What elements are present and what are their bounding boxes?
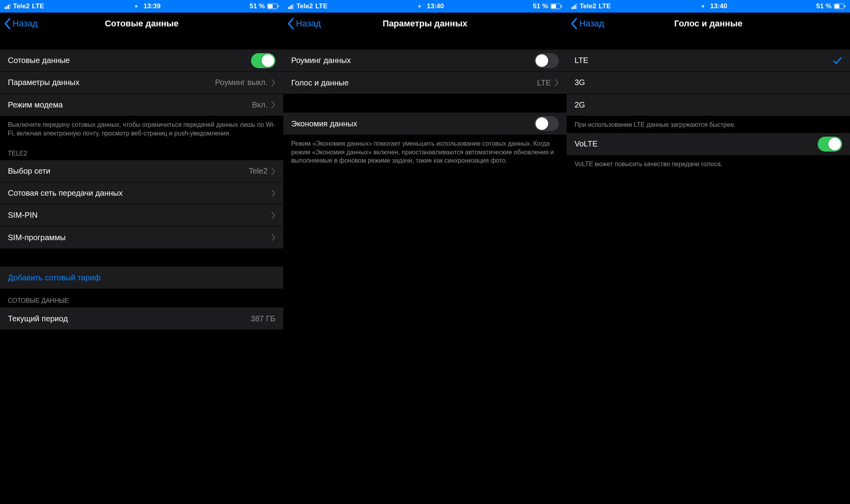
battery-icon [267, 4, 279, 9]
voice-and-data-value: LTE [537, 78, 551, 87]
option-lte-label: LTE [575, 56, 588, 65]
checkmark-icon [833, 56, 842, 65]
chevron-right-icon [272, 79, 275, 86]
group-network-mode: LTE 3G 2G [567, 50, 850, 116]
group-add-plan: Добавить сотовый тариф [0, 267, 283, 289]
back-button[interactable]: Назад [4, 18, 37, 29]
cellular-data-label: Сотовые данные [8, 56, 70, 65]
battery-percent-label: 51 % [816, 2, 831, 10]
data-roaming-label: Роуминг данных [291, 56, 351, 65]
data-options-value: Роуминг выкл. [215, 78, 268, 87]
row-cellular-data-network[interactable]: Сотовая сеть передачи данных [0, 182, 283, 204]
network-selection-label: Выбор сети [8, 167, 50, 176]
back-label: Назад [13, 19, 37, 29]
section-header-tele2: TELE2 [0, 141, 283, 160]
network-type-label: LTE [315, 2, 327, 10]
page-title: Голос и данные [567, 19, 850, 29]
row-personal-hotspot[interactable]: Режим модема Вкл. [0, 94, 283, 116]
battery-percent-label: 51 % [249, 2, 265, 10]
current-period-value: 387 ГБ [251, 314, 275, 323]
low-data-footer-text: Режим «Экономия данных» помогает уменьши… [283, 135, 567, 169]
row-volte[interactable]: VoLTE [567, 133, 850, 155]
option-3g-label: 3G [575, 78, 585, 87]
row-data-roaming[interactable]: Роуминг данных [283, 50, 567, 72]
group-tele2: Выбор сети Tele2 Сотовая сеть передачи д… [0, 160, 283, 248]
low-data-label: Экономия данных [291, 119, 357, 128]
status-bar: Tele2 LTE 13:39 51 % [0, 0, 283, 13]
signal-icon [571, 4, 577, 9]
back-label: Назад [579, 19, 604, 29]
network-type-label: LTE [599, 2, 611, 10]
hotspot-icon [417, 4, 424, 9]
chevron-left-icon [4, 18, 11, 29]
group-usage: Текущий период 387 ГБ [0, 308, 283, 330]
hotspot-label: Режим модема [8, 100, 63, 109]
chevron-right-icon [272, 212, 275, 219]
row-sim-applications[interactable]: SIM-программы [0, 226, 283, 248]
hotspot-icon [133, 4, 140, 9]
network-type-label: LTE [32, 2, 44, 10]
row-option-2g[interactable]: 2G [567, 94, 850, 116]
signal-icon [5, 4, 11, 9]
section-header-cellular-data: СОТОВЫЕ ДАННЫЕ [0, 289, 283, 308]
page-title: Сотовые данные [0, 19, 283, 29]
voice-and-data-label: Голос и данные [291, 78, 349, 87]
network-selection-value: Tele2 [249, 167, 268, 176]
group-low-data: Экономия данных [283, 113, 567, 135]
chevron-right-icon [272, 101, 275, 108]
option-2g-label: 2G [575, 100, 585, 109]
data-options-label: Параметры данных [8, 78, 79, 87]
group-volte: VoLTE [567, 133, 850, 155]
battery-percent-label: 51 % [533, 2, 548, 10]
pane-voice-and-data: Tele2 LTE 13:40 51 % Назад Голос и данны… [567, 0, 850, 504]
chevron-right-icon [272, 234, 275, 241]
cellular-data-toggle[interactable] [251, 53, 275, 68]
back-button[interactable]: Назад [571, 18, 604, 29]
carrier-label: Tele2 [580, 2, 596, 10]
row-sim-pin[interactable]: SIM-PIN [0, 204, 283, 226]
data-roaming-toggle[interactable] [534, 53, 559, 68]
hotspot-icon [700, 4, 707, 9]
current-period-label: Текущий период [8, 314, 68, 323]
clock-label: 13:40 [710, 2, 727, 10]
hotspot-value: Вкл. [252, 100, 268, 109]
chevron-right-icon [272, 190, 275, 197]
pane-cellular-data: Tele2 LTE 13:39 51 % Назад Сотовые данны… [0, 0, 283, 504]
back-button[interactable]: Назад [287, 18, 321, 29]
row-voice-and-data[interactable]: Голос и данные LTE [283, 72, 567, 94]
row-add-cellular-plan[interactable]: Добавить сотовый тариф [0, 267, 283, 289]
pane-data-options: Tele2 LTE 13:40 51 % Назад Параметры дан… [283, 0, 567, 504]
page-title: Параметры данных [283, 19, 567, 29]
carrier-label: Tele2 [13, 2, 30, 10]
signal-icon [288, 4, 294, 9]
row-cellular-data[interactable]: Сотовые данные [0, 50, 283, 72]
battery-icon [834, 4, 845, 9]
chevron-left-icon [287, 18, 294, 29]
row-current-period[interactable]: Текущий период 387 ГБ [0, 308, 283, 330]
carrier-label: Tele2 [296, 2, 313, 10]
clock-label: 13:39 [143, 2, 160, 10]
clock-label: 13:40 [427, 2, 444, 10]
low-data-toggle[interactable] [534, 116, 559, 131]
add-cellular-plan-label: Добавить сотовый тариф [8, 273, 100, 282]
chevron-right-icon [272, 168, 275, 175]
back-label: Назад [296, 19, 321, 29]
row-low-data-mode[interactable]: Экономия данных [283, 113, 567, 135]
navigation-bar: Назад Сотовые данные [0, 13, 283, 35]
status-bar: Tele2 LTE 13:40 51 % [567, 0, 850, 13]
volte-label: VoLTE [575, 139, 598, 148]
row-network-selection[interactable]: Выбор сети Tele2 [0, 160, 283, 182]
chevron-right-icon [555, 79, 559, 86]
row-option-lte[interactable]: LTE [567, 50, 850, 72]
volte-footer-text: VoLTE может повысить качество передачи г… [567, 155, 850, 172]
row-data-options[interactable]: Параметры данных Роуминг выкл. [0, 72, 283, 94]
row-option-3g[interactable]: 3G [567, 72, 850, 94]
sim-apps-label: SIM-программы [8, 233, 66, 242]
navigation-bar: Назад Параметры данных [283, 13, 567, 35]
chevron-left-icon [571, 18, 578, 29]
cellular-footer-text: Выключите передачу сотовых данных, чтобы… [0, 116, 283, 141]
sim-pin-label: SIM-PIN [8, 211, 38, 220]
status-bar: Tele2 LTE 13:40 51 % [283, 0, 567, 13]
lte-footer-text: При использовании LTE данные загружаются… [567, 116, 850, 133]
volte-toggle[interactable] [818, 137, 842, 152]
